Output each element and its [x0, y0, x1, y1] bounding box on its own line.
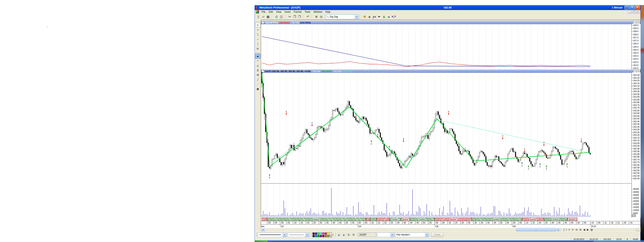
vertical-scale-tool[interactable]: ‡: [568, 228, 570, 231]
restore-icon[interactable]: □: [633, 70, 636, 73]
grid-tool[interactable]: ▩: [256, 86, 260, 91]
vertical-line-tool[interactable]: │: [256, 42, 260, 46]
typical-price-panel-checkbox[interactable]: [262, 21, 264, 24]
minimize-button[interactable]: _: [624, 6, 629, 10]
restore-icon[interactable]: □: [633, 21, 636, 24]
menu-view[interactable]: View: [274, 11, 283, 13]
menu-help[interactable]: Help: [324, 11, 332, 13]
system-tester-button[interactable]: ✒: [377, 14, 382, 19]
trendline-angle-tool[interactable]: ╱: [256, 77, 260, 82]
indicator-builder-button[interactable]: ƒ×: [372, 14, 377, 19]
print-preview-button[interactable]: ◫: [279, 14, 284, 19]
close-icon[interactable]: ✕: [637, 21, 640, 24]
explorer-button[interactable]: e: [342, 232, 346, 237]
menu-format[interactable]: Format: [292, 11, 303, 13]
child-restore-button[interactable]: ❐: [632, 10, 636, 14]
color-picker[interactable]: ▾: [312, 232, 334, 237]
scroll-right-button[interactable]: ►: [556, 228, 560, 232]
context-help-button[interactable]: ↖?: [391, 14, 396, 19]
layout-page-1-button[interactable]: ①: [346, 232, 351, 237]
fibonacci-retracement-tool[interactable]: ☰: [256, 68, 260, 73]
dollar-button[interactable]: $: [382, 14, 386, 19]
color-swatch[interactable]: [327, 235, 329, 237]
undo-button[interactable]: ↶: [306, 14, 310, 19]
period-combobox[interactable]: ▼: [377, 232, 394, 237]
crosshair-button[interactable]: ⊕: [314, 14, 319, 19]
scrollbar-thumb[interactable]: [516, 228, 556, 232]
new-button[interactable]: ▯: [256, 14, 261, 19]
color-swatch[interactable]: [320, 235, 322, 237]
indicator-quicklist-combobox[interactable]: ∿Zig Zag▼: [326, 15, 359, 19]
explorer-button[interactable]: ∞: [386, 14, 391, 19]
zoom-in-icon[interactable]: ⊕: [580, 228, 582, 231]
corner-box-icon[interactable]: ▫: [636, 228, 640, 231]
scroll-left-icon[interactable]: ◀: [583, 228, 585, 231]
move-tool[interactable]: ✛: [572, 228, 574, 231]
chevron-down-icon[interactable]: ▾: [332, 234, 334, 236]
line-style-combobox[interactable]: ▼: [258, 232, 286, 237]
crosshair-tool[interactable]: +: [256, 28, 260, 32]
color-swatch[interactable]: [315, 232, 317, 235]
fibonacci-fan-tool[interactable]: ∠: [256, 63, 260, 68]
fibonacci-timezones-tool[interactable]: ‖‖: [256, 73, 260, 77]
trendline-tool[interactable]: ╲: [256, 32, 260, 37]
price-scale-tool[interactable]: ʃ: [564, 228, 564, 231]
color-swatch[interactable]: [317, 235, 320, 237]
color-swatch[interactable]: [312, 235, 315, 237]
scroll-tool[interactable]: ◂▸: [255, 54, 260, 59]
semilog-scale-tool[interactable]: sL: [256, 46, 260, 51]
child-close-button[interactable]: ✕: [636, 10, 640, 14]
close-icon[interactable]: ✕: [637, 70, 640, 73]
vendor-combobox[interactable]: <No Vendor> ▼: [395, 232, 429, 237]
menu-insert[interactable]: Insert: [283, 11, 292, 13]
zoom-button[interactable]: ◎: [319, 14, 324, 19]
cut-button[interactable]: ✂: [288, 14, 292, 19]
price-plot[interactable]: 888888888888888888: [261, 72, 632, 183]
scroll-left-button[interactable]: ◄: [261, 228, 265, 232]
toolbar-drag-handle[interactable]: [256, 52, 260, 53]
ole-button[interactable]: ✇: [362, 14, 367, 19]
explorer-button[interactable]: e: [337, 232, 341, 237]
color-swatch[interactable]: [315, 235, 317, 237]
text-cursor-tool[interactable]: I: [566, 228, 567, 231]
pointer-tool[interactable]: ↖: [255, 23, 260, 28]
color-swatch[interactable]: [324, 235, 327, 237]
typical-price-plot[interactable]: [261, 24, 632, 69]
color-swatch[interactable]: [317, 232, 320, 235]
color-swatch[interactable]: [312, 232, 315, 235]
zoom-out-icon[interactable]: ⊖: [576, 228, 578, 231]
close-button[interactable]: ✕: [635, 6, 640, 10]
child-minimize-button[interactable]: –: [628, 10, 632, 14]
copy-button[interactable]: ❐: [292, 14, 297, 19]
chart-scrollbar[interactable]: ◄►ʃI‡✛⊖⊕◀▶▤▫: [261, 228, 640, 232]
symbol-field[interactable]: GAZP: [359, 232, 376, 237]
color-swatch[interactable]: [322, 232, 324, 235]
child-window-icon[interactable]: [256, 10, 259, 14]
menu-tools[interactable]: Tools: [303, 11, 312, 13]
toolbar-drag-handle[interactable]: [256, 21, 260, 22]
color-swatch[interactable]: [320, 232, 322, 235]
print-button[interactable]: ⎙: [274, 14, 279, 19]
paste-button[interactable]: ❒: [297, 14, 302, 19]
menu-edit[interactable]: Edit: [267, 11, 274, 13]
gann-fan-tool[interactable]: ⋰: [256, 82, 260, 86]
color-swatch[interactable]: [322, 235, 324, 237]
price-panel-checkbox[interactable]: [262, 70, 264, 72]
trade-button[interactable]: Trade: [431, 232, 443, 237]
color-swatch[interactable]: [324, 232, 327, 235]
open-button[interactable]: ▱: [261, 14, 266, 19]
chevron-down-icon[interactable]: ▼: [355, 15, 358, 19]
color-swatch[interactable]: [327, 232, 329, 235]
fibonacci-arcs-tool[interactable]: ◠: [256, 59, 260, 63]
horizontal-line-tool[interactable]: ─: [256, 37, 260, 42]
color-swatch[interactable]: [330, 235, 332, 237]
color-swatch[interactable]: [330, 232, 332, 235]
start-button-sliver[interactable]: [254, 240, 268, 242]
restore-button[interactable]: ❐: [630, 6, 634, 10]
window-layout-icon[interactable]: ▤: [590, 228, 593, 231]
menu-window[interactable]: Window: [312, 11, 324, 13]
title-bar[interactable]: ✹ MetaStock Professional - [GAZP] 162.90…: [254, 5, 640, 10]
chart-area[interactable]: Typical Price (162.9000), Zig Zag (162.9…: [261, 20, 640, 228]
color-palette[interactable]: [312, 232, 332, 237]
save-button[interactable]: ▦: [266, 14, 270, 19]
